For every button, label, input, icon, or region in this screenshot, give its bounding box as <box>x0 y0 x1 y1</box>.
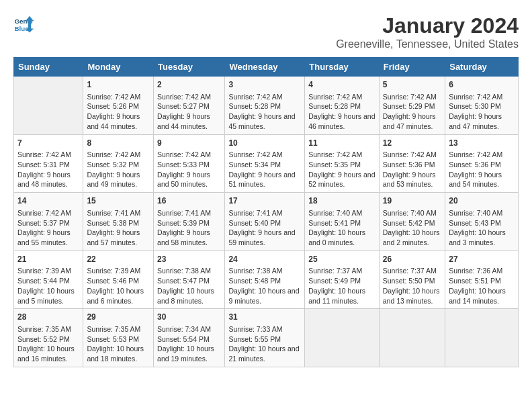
daylight-text: Daylight: 9 hours and 48 minutes. <box>17 171 71 189</box>
sunset-text: Sunset: 5:37 PM <box>17 219 70 227</box>
logo-icon: General Blue <box>13 13 34 34</box>
calendar-cell: 16 Sunrise: 7:41 AM Sunset: 5:39 PM Dayl… <box>154 193 225 251</box>
calendar-cell: 12 Sunrise: 7:42 AM Sunset: 5:36 PM Dayl… <box>379 134 445 193</box>
daylight-text: Daylight: 9 hours and 44 minutes. <box>87 112 140 130</box>
sunset-text: Sunset: 5:52 PM <box>17 335 70 343</box>
sunset-text: Sunset: 5:55 PM <box>228 335 281 343</box>
calendar-cell: 6 Sunrise: 7:42 AM Sunset: 5:30 PM Dayli… <box>445 77 519 135</box>
sunset-text: Sunset: 5:46 PM <box>87 277 139 285</box>
calendar-cell: 20 Sunrise: 7:40 AM Sunset: 5:43 PM Dayl… <box>445 193 519 251</box>
daylight-text: Daylight: 9 hours and 54 minutes. <box>449 171 502 189</box>
day-number: 2 <box>157 79 221 91</box>
sunrise-text: Sunrise: 7:38 AM <box>157 267 211 275</box>
day-number: 27 <box>449 254 515 265</box>
calendar-week-row: 28 Sunrise: 7:35 AM Sunset: 5:52 PM Dayl… <box>14 309 519 367</box>
svg-text:Blue: Blue <box>15 25 30 32</box>
header-saturday: Saturday <box>445 58 519 77</box>
sunset-text: Sunset: 5:34 PM <box>228 161 281 169</box>
sunrise-text: Sunrise: 7:37 AM <box>383 267 437 275</box>
day-number: 26 <box>383 254 441 265</box>
sunrise-text: Sunrise: 7:39 AM <box>87 267 140 275</box>
calendar-cell: 19 Sunrise: 7:40 AM Sunset: 5:42 PM Dayl… <box>379 193 445 251</box>
day-number: 13 <box>449 138 515 149</box>
day-number: 28 <box>17 312 79 323</box>
sunrise-text: Sunrise: 7:42 AM <box>228 93 282 101</box>
daylight-text: Daylight: 9 hours and 45 minutes. <box>228 112 295 130</box>
calendar-cell: 10 Sunrise: 7:42 AM Sunset: 5:34 PM Dayl… <box>225 134 305 193</box>
sunset-text: Sunset: 5:28 PM <box>308 102 361 110</box>
daylight-text: Daylight: 9 hours and 49 minutes. <box>87 171 140 189</box>
calendar-cell: 1 Sunrise: 7:42 AM Sunset: 5:26 PM Dayli… <box>83 77 154 135</box>
daylight-text: Daylight: 9 hours and 57 minutes. <box>87 228 140 246</box>
sunrise-text: Sunrise: 7:42 AM <box>449 150 502 158</box>
day-number: 31 <box>228 312 301 323</box>
daylight-text: Daylight: 10 hours and 13 minutes. <box>383 287 440 305</box>
day-number: 21 <box>17 254 79 265</box>
day-number: 1 <box>87 79 150 91</box>
day-number: 7 <box>17 138 79 149</box>
sunrise-text: Sunrise: 7:42 AM <box>228 150 282 158</box>
sunrise-text: Sunrise: 7:33 AM <box>228 325 282 333</box>
header-tuesday: Tuesday <box>154 58 225 77</box>
daylight-text: Daylight: 9 hours and 47 minutes. <box>449 112 502 130</box>
sunrise-text: Sunrise: 7:42 AM <box>308 93 362 101</box>
calendar-cell: 30 Sunrise: 7:34 AM Sunset: 5:54 PM Dayl… <box>154 309 225 367</box>
sunrise-text: Sunrise: 7:35 AM <box>17 325 71 333</box>
calendar-table: Sunday Monday Tuesday Wednesday Thursday… <box>13 57 519 367</box>
calendar-cell: 25 Sunrise: 7:37 AM Sunset: 5:49 PM Dayl… <box>305 250 380 309</box>
calendar-cell <box>14 77 83 135</box>
sunset-text: Sunset: 5:48 PM <box>228 277 281 285</box>
calendar-cell: 5 Sunrise: 7:42 AM Sunset: 5:29 PM Dayli… <box>379 77 445 135</box>
sunset-text: Sunset: 5:47 PM <box>157 277 210 285</box>
day-number: 9 <box>157 138 221 149</box>
daylight-text: Daylight: 10 hours and 5 minutes. <box>17 287 75 305</box>
day-number: 5 <box>383 79 441 91</box>
calendar-cell: 28 Sunrise: 7:35 AM Sunset: 5:52 PM Dayl… <box>14 309 83 367</box>
daylight-text: Daylight: 10 hours and 0 minutes. <box>308 228 365 246</box>
title-block: January 2024 Greeneville, Tennessee, Uni… <box>336 13 519 50</box>
sunset-text: Sunset: 5:41 PM <box>308 219 361 227</box>
daylight-text: Daylight: 10 hours and 8 minutes. <box>157 287 214 305</box>
calendar-cell: 21 Sunrise: 7:39 AM Sunset: 5:44 PM Dayl… <box>14 250 83 309</box>
day-number: 16 <box>157 195 221 207</box>
sunrise-text: Sunrise: 7:42 AM <box>87 150 140 158</box>
sunrise-text: Sunrise: 7:36 AM <box>449 267 502 275</box>
sunset-text: Sunset: 5:42 PM <box>383 219 435 227</box>
daylight-text: Daylight: 10 hours and 18 minutes. <box>87 345 144 363</box>
day-number: 14 <box>17 195 79 207</box>
sunrise-text: Sunrise: 7:42 AM <box>383 150 437 158</box>
sunrise-text: Sunrise: 7:35 AM <box>87 325 140 333</box>
sunrise-text: Sunrise: 7:41 AM <box>87 209 140 217</box>
sunset-text: Sunset: 5:36 PM <box>383 161 435 169</box>
calendar-cell: 3 Sunrise: 7:42 AM Sunset: 5:28 PM Dayli… <box>225 77 305 135</box>
sunrise-text: Sunrise: 7:39 AM <box>17 267 71 275</box>
sunset-text: Sunset: 5:38 PM <box>87 219 139 227</box>
calendar-cell: 23 Sunrise: 7:38 AM Sunset: 5:47 PM Dayl… <box>154 250 225 309</box>
calendar-cell: 7 Sunrise: 7:42 AM Sunset: 5:31 PM Dayli… <box>14 134 83 193</box>
sunset-text: Sunset: 5:32 PM <box>87 161 139 169</box>
day-number: 23 <box>157 254 221 265</box>
calendar-cell: 11 Sunrise: 7:42 AM Sunset: 5:35 PM Dayl… <box>305 134 380 193</box>
calendar-cell: 22 Sunrise: 7:39 AM Sunset: 5:46 PM Dayl… <box>83 250 154 309</box>
sunrise-text: Sunrise: 7:42 AM <box>449 93 502 101</box>
daylight-text: Daylight: 9 hours and 44 minutes. <box>157 112 210 130</box>
header-monday: Monday <box>83 58 154 77</box>
calendar-cell: 31 Sunrise: 7:33 AM Sunset: 5:55 PM Dayl… <box>225 309 305 367</box>
calendar-week-row: 7 Sunrise: 7:42 AM Sunset: 5:31 PM Dayli… <box>14 134 519 193</box>
sunset-text: Sunset: 5:39 PM <box>157 219 210 227</box>
calendar-week-row: 14 Sunrise: 7:42 AM Sunset: 5:37 PM Dayl… <box>14 193 519 251</box>
sunset-text: Sunset: 5:33 PM <box>157 161 210 169</box>
logo: General Blue <box>13 13 34 34</box>
calendar-week-row: 1 Sunrise: 7:42 AM Sunset: 5:26 PM Dayli… <box>14 77 519 135</box>
daylight-text: Daylight: 9 hours and 46 minutes. <box>308 112 375 130</box>
sunrise-text: Sunrise: 7:41 AM <box>157 209 211 217</box>
day-number: 20 <box>449 195 515 207</box>
sunrise-text: Sunrise: 7:41 AM <box>228 209 282 217</box>
day-number: 19 <box>383 195 441 207</box>
page-header: General Blue January 2024 Greeneville, T… <box>13 13 519 50</box>
sunset-text: Sunset: 5:51 PM <box>449 277 501 285</box>
calendar-cell: 15 Sunrise: 7:41 AM Sunset: 5:38 PM Dayl… <box>83 193 154 251</box>
daylight-text: Daylight: 10 hours and 21 minutes. <box>228 345 299 363</box>
day-number: 24 <box>228 254 301 265</box>
daylight-text: Daylight: 10 hours and 11 minutes. <box>308 287 365 305</box>
